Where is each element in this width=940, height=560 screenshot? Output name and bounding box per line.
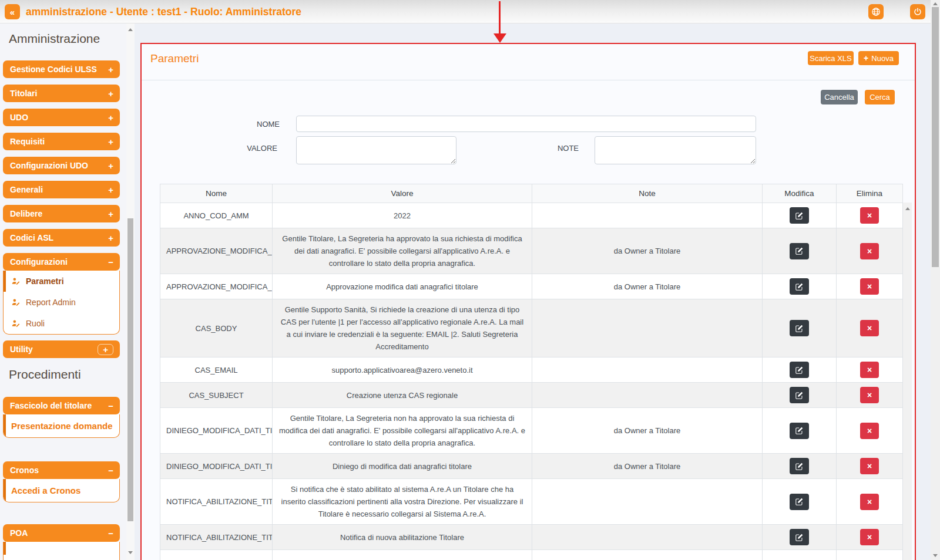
pencil-square-icon (795, 325, 803, 332)
sidebar-item-titolari[interactable]: Titolari + (3, 85, 120, 102)
table-row: DINIEGO_MODIFICA_DATI_TITOLA... Diniego … (160, 454, 903, 479)
scroll-up-icon[interactable] (905, 207, 910, 210)
cerca-button[interactable]: Cerca (865, 90, 895, 104)
sidebar-item-codici-asl[interactable]: Codici ASL + (3, 229, 120, 247)
sidebar-item-requisiti[interactable]: Requisiti + (3, 133, 120, 150)
plus-icon: + (864, 53, 868, 63)
scroll-down-icon[interactable] (128, 551, 133, 554)
col-header-valore: Valore (273, 184, 532, 203)
edit-button[interactable] (790, 278, 809, 295)
delete-button[interactable]: × (860, 362, 879, 378)
plus-icon: + (108, 89, 113, 99)
delete-button[interactable]: × (860, 278, 879, 295)
fascicolo-submenu: Presentazione domande (3, 414, 120, 438)
sidebar-item-udo[interactable]: UDO + (3, 109, 120, 126)
delete-button[interactable]: × (860, 243, 879, 259)
param-value: 2022 (273, 203, 532, 228)
sidebar-item-delibere[interactable]: Delibere + (3, 205, 120, 222)
sidebar-item-generali[interactable]: Generali + (3, 181, 120, 198)
table-header-row: Nome Valore Note Modifica Elimina (160, 184, 903, 203)
x-icon: × (867, 426, 872, 436)
sidebar-item-utility[interactable]: Utility + (3, 340, 120, 358)
valore-label: VALORE (218, 144, 277, 153)
col-header-nome: Nome (160, 184, 273, 203)
nome-input[interactable] (296, 116, 756, 132)
page-scrollbar[interactable] (931, 0, 940, 560)
param-name: DINIEGO_MODIFICA_DATI_TITOLA... (160, 408, 273, 454)
plus-icon: + (108, 233, 113, 243)
plus-icon: + (108, 209, 113, 219)
sidebar-item-fascicolo-del-titolare[interactable]: Fascicolo del titolare − (3, 397, 120, 414)
page-scrollbar-thumb[interactable] (932, 7, 939, 267)
language-globe-button[interactable] (868, 4, 884, 19)
edit-button[interactable] (790, 423, 809, 439)
minus-icon: − (108, 257, 113, 267)
sidebar-subitem-ruoli[interactable]: Ruoli (4, 313, 119, 334)
page-header-title: amministrazione - Utente : test1 - Ruolo… (26, 0, 301, 23)
param-name: APPROVAZIONE_MODIFICA_DATI_... (160, 228, 273, 274)
nuova-button[interactable]: + Nuova (858, 51, 899, 65)
table-row: APPROVAZIONE_MODIFICA_DATI_... Approvazi… (160, 274, 903, 299)
param-name: CAS_EMAIL (160, 357, 273, 383)
param-value: Gentile Supporto Sanità, Si richiede la … (273, 299, 532, 357)
param-name: CAS_BODY (160, 299, 273, 357)
delete-button[interactable]: × (860, 320, 879, 336)
logout-power-button[interactable] (910, 4, 925, 19)
param-value: Notifica di nuova abilitazione Titolare (273, 525, 532, 550)
param-value: Diniego di modifica dati anagrafici tito… (273, 454, 532, 479)
sidebar-subitem-report-admin[interactable]: Report Admin (4, 292, 119, 313)
pencil-square-icon (795, 427, 803, 434)
minus-icon: − (108, 528, 113, 538)
sidebar-collapse-button[interactable]: « (5, 4, 20, 19)
cancella-button[interactable]: Cancella (821, 90, 858, 104)
param-value: E' stata inserita una annotazione sulla … (273, 550, 532, 560)
scroll-up-icon[interactable] (128, 28, 133, 31)
pencil-square-icon (795, 392, 803, 399)
x-icon: × (867, 323, 872, 333)
param-note (532, 550, 763, 560)
edit-button[interactable] (790, 320, 809, 336)
param-value: supporto.applicativoarea@azero.veneto.it (273, 357, 532, 383)
delete-button[interactable]: × (860, 494, 879, 510)
sidebar-subitem-parametri[interactable]: Parametri (4, 271, 119, 292)
table-row: ANNO_COD_AMM 2022 × (160, 203, 903, 228)
delete-button[interactable]: × (860, 387, 879, 403)
valore-textarea[interactable] (296, 136, 456, 164)
pencil-square-icon (795, 498, 803, 505)
edit-button[interactable] (790, 494, 809, 510)
pencil-square-icon (795, 463, 803, 470)
sidebar-scrollbar-thumb[interactable] (127, 218, 133, 521)
param-name: NOTIFICA_ABILITAZIONE_TITOLAR... (160, 525, 273, 550)
scarica-xls-button[interactable]: Scarica XLS (808, 51, 854, 65)
delete-button[interactable]: × (860, 529, 879, 545)
app-root: { "topbar": { "collapse_label": "«", "ti… (0, 0, 940, 560)
table-scrollbar[interactable] (903, 203, 912, 560)
sidebar-subitem-poa-child[interactable] (4, 542, 119, 555)
scroll-down-icon[interactable] (933, 554, 938, 557)
edit-button[interactable] (790, 362, 809, 378)
sidebar-item-configurazioni[interactable]: Configurazioni − (3, 253, 120, 271)
sidebar-scrollbar[interactable] (126, 23, 135, 560)
edit-button[interactable] (790, 243, 809, 259)
param-value: Approvazione modifica dati anagrafici ti… (273, 274, 532, 299)
delete-button[interactable]: × (860, 207, 879, 224)
sidebar-subitem-presentazione-domande[interactable]: Presentazione domande (4, 414, 119, 437)
delete-button[interactable]: × (860, 423, 879, 439)
cronos-submenu: Accedi a Cronos (3, 479, 120, 502)
delete-button[interactable]: × (860, 458, 879, 474)
edit-button[interactable] (790, 207, 809, 224)
edit-button[interactable] (790, 387, 809, 403)
note-textarea[interactable] (595, 136, 756, 164)
scroll-up-icon[interactable] (933, 2, 938, 5)
sidebar-item-gestione-codici-ulss[interactable]: Gestione Codici ULSS + (3, 60, 120, 78)
sidebar-subitem-accedi-a-cronos[interactable]: Accedi a Cronos (4, 479, 119, 502)
pencil-square-icon (795, 283, 803, 291)
sidebar-item-configurazioni-udo[interactable]: Configurazioni UDO + (3, 157, 120, 174)
note-label: NOTE (518, 144, 579, 153)
edit-button[interactable] (790, 458, 809, 474)
sidebar-item-poa[interactable]: POA − (3, 524, 120, 542)
col-header-modifica: Modifica (763, 184, 837, 203)
sidebar-item-cronos[interactable]: Cronos − (3, 461, 120, 479)
edit-button[interactable] (790, 529, 809, 545)
param-note: da Owner a Titolare (532, 408, 763, 454)
